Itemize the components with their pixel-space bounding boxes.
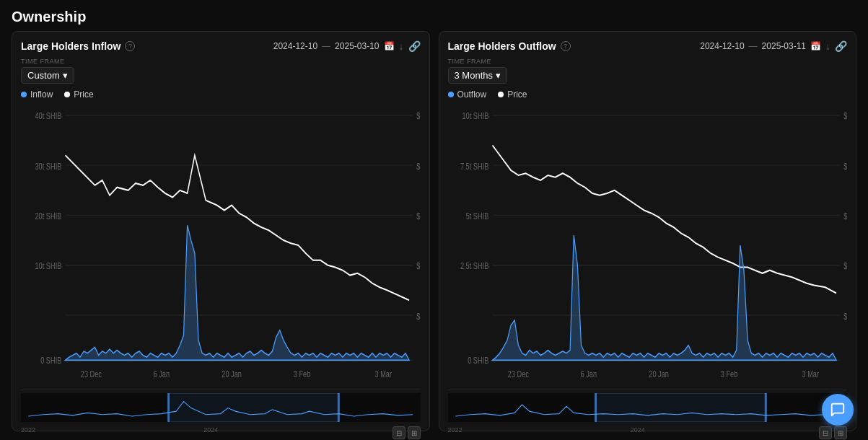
right-mini-labels: 2022 2024 ⊟ ⊞ bbox=[448, 426, 848, 439]
right-compress-btn[interactable]: ⊟ bbox=[819, 426, 832, 439]
left-timeframe-section: TIME FRAME Custom ▾ bbox=[21, 58, 421, 84]
right-chart-area: 10t SHIB 7.5t SHIB 5t SHIB 2.5t SHIB 0 S… bbox=[448, 105, 848, 385]
right-timeframe-selector[interactable]: 3 Months ▾ bbox=[448, 67, 507, 84]
right-legend-price: Price bbox=[498, 89, 527, 100]
left-inflow-label: Inflow bbox=[30, 89, 53, 100]
right-date-start: 2024-12-10 bbox=[700, 41, 744, 51]
left-mini-year-1: 2022 bbox=[21, 426, 35, 439]
svg-text:23 Dec: 23 Dec bbox=[507, 369, 529, 379]
svg-text:$0.000010: $0.000010 bbox=[416, 311, 420, 321]
svg-rect-49 bbox=[596, 393, 766, 422]
svg-text:20t SHIB: 20t SHIB bbox=[35, 211, 62, 221]
right-chart-header: Large Holders Outflow ? 2024-12-10 — 202… bbox=[448, 40, 848, 52]
svg-text:0 SHIB: 0 SHIB bbox=[40, 355, 61, 365]
right-chevron-icon: ▾ bbox=[496, 70, 501, 81]
left-chart-svg: 40t SHIB 30t SHIB 20t SHIB 10t SHIB 0 SH… bbox=[21, 105, 421, 385]
left-price-label: Price bbox=[74, 89, 93, 100]
svg-text:10t SHIB: 10t SHIB bbox=[462, 111, 488, 121]
svg-marker-16 bbox=[66, 225, 410, 360]
svg-rect-23 bbox=[169, 393, 339, 422]
right-timeframe-value: 3 Months bbox=[455, 70, 493, 81]
left-timeframe-label: TIME FRAME bbox=[21, 58, 421, 65]
svg-rect-51 bbox=[764, 393, 766, 422]
right-expand-btn[interactable]: ⊞ bbox=[834, 426, 847, 439]
right-price-label: Price bbox=[507, 89, 527, 100]
right-calendar-icon[interactable]: 📅 bbox=[810, 41, 821, 51]
svg-text:$0.000030: $0.000030 bbox=[416, 111, 420, 121]
svg-text:$0.000025: $0.000025 bbox=[843, 161, 847, 171]
left-expand-btn[interactable]: ⊞ bbox=[408, 426, 421, 439]
right-download-icon[interactable]: ↓ bbox=[825, 40, 830, 52]
right-date-dash: — bbox=[749, 41, 758, 51]
left-mini-year-2: 2024 bbox=[203, 426, 218, 439]
right-chart-panel: Large Holders Outflow ? 2024-12-10 — 202… bbox=[439, 31, 857, 431]
svg-text:7.5t SHIB: 7.5t SHIB bbox=[460, 161, 488, 171]
right-chart-svg: 10t SHIB 7.5t SHIB 5t SHIB 2.5t SHIB 0 S… bbox=[448, 105, 848, 385]
left-price-dot bbox=[64, 92, 70, 97]
right-mini-chart: 2022 2024 ⊟ ⊞ bbox=[448, 390, 848, 422]
svg-text:20 Jan: 20 Jan bbox=[649, 369, 669, 379]
svg-rect-50 bbox=[594, 393, 596, 422]
left-chart-panel: Large Holders Inflow ? 2024-12-10 — 2025… bbox=[12, 31, 430, 431]
right-legend: Outflow Price bbox=[448, 89, 848, 100]
svg-text:20 Jan: 20 Jan bbox=[222, 369, 242, 379]
left-date-start: 2024-12-10 bbox=[273, 41, 317, 51]
svg-text:$0.000025: $0.000025 bbox=[416, 161, 420, 171]
left-title-group: Large Holders Inflow ? bbox=[21, 40, 135, 52]
svg-text:6 Jan: 6 Jan bbox=[580, 369, 597, 379]
svg-text:40t SHIB: 40t SHIB bbox=[35, 111, 62, 121]
right-mini-svg bbox=[448, 393, 848, 422]
svg-text:30t SHIB: 30t SHIB bbox=[35, 161, 62, 171]
left-chevron-icon: ▾ bbox=[63, 70, 68, 81]
left-link-icon[interactable]: 🔗 bbox=[408, 40, 421, 52]
svg-text:10t SHIB: 10t SHIB bbox=[35, 261, 62, 271]
svg-rect-24 bbox=[167, 393, 170, 422]
right-outflow-label: Outflow bbox=[457, 89, 487, 100]
left-calendar-icon[interactable]: 📅 bbox=[384, 41, 395, 51]
left-legend-inflow: Inflow bbox=[21, 89, 53, 100]
left-date-end: 2025-03-10 bbox=[335, 41, 379, 51]
chat-button[interactable] bbox=[822, 394, 854, 426]
svg-text:$0.000015: $0.000015 bbox=[843, 261, 847, 271]
left-legend-price: Price bbox=[64, 89, 93, 100]
right-timeframe-label: TIME FRAME bbox=[448, 58, 848, 65]
left-chart-title: Large Holders Inflow bbox=[21, 40, 120, 52]
left-date-range: 2024-12-10 — 2025-03-10 📅 ↓ 🔗 bbox=[273, 40, 421, 52]
right-link-icon[interactable]: 🔗 bbox=[835, 40, 847, 52]
svg-text:$0.000030: $0.000030 bbox=[843, 111, 847, 121]
left-inflow-dot bbox=[21, 92, 27, 97]
svg-rect-25 bbox=[338, 393, 340, 422]
svg-text:3 Mar: 3 Mar bbox=[374, 369, 392, 379]
svg-text:3 Mar: 3 Mar bbox=[802, 369, 819, 379]
page-title: Ownership bbox=[12, 9, 856, 25]
left-chart-area: 40t SHIB 30t SHIB 20t SHIB 10t SHIB 0 SH… bbox=[21, 105, 421, 385]
left-compress-btn[interactable]: ⊟ bbox=[393, 426, 405, 439]
svg-text:6 Jan: 6 Jan bbox=[153, 369, 170, 379]
svg-text:$0.000020: $0.000020 bbox=[843, 211, 847, 221]
left-timeframe-value: Custom bbox=[27, 70, 60, 81]
right-legend-outflow: Outflow bbox=[448, 89, 487, 100]
right-info-icon[interactable]: ? bbox=[561, 41, 571, 51]
right-outflow-dot bbox=[448, 92, 454, 97]
svg-text:$0.000010: $0.000010 bbox=[843, 311, 847, 321]
right-timeframe-section: TIME FRAME 3 Months ▾ bbox=[448, 58, 848, 84]
svg-text:3 Feb: 3 Feb bbox=[294, 369, 311, 379]
left-mini-chart: 2022 2024 ⊟ ⊞ bbox=[21, 390, 421, 422]
left-info-icon[interactable]: ? bbox=[125, 41, 135, 51]
right-mini-year-2: 2024 bbox=[631, 426, 645, 439]
right-chart-title: Large Holders Outflow bbox=[448, 40, 556, 52]
svg-text:3 Feb: 3 Feb bbox=[720, 369, 737, 379]
left-date-dash: — bbox=[322, 41, 330, 51]
left-mini-svg bbox=[21, 393, 421, 422]
right-date-range: 2024-12-10 — 2025-03-11 📅 ↓ 🔗 bbox=[700, 40, 847, 52]
right-mini-year-1: 2022 bbox=[448, 426, 463, 439]
svg-text:23 Dec: 23 Dec bbox=[81, 369, 102, 379]
left-timeframe-selector[interactable]: Custom ▾ bbox=[21, 67, 74, 84]
left-legend: Inflow Price bbox=[21, 89, 421, 100]
right-title-group: Large Holders Outflow ? bbox=[448, 40, 571, 52]
svg-text:$0.000015: $0.000015 bbox=[416, 261, 420, 271]
svg-text:5t SHIB: 5t SHIB bbox=[465, 211, 488, 221]
left-download-icon[interactable]: ↓ bbox=[399, 40, 404, 52]
left-chart-header: Large Holders Inflow ? 2024-12-10 — 2025… bbox=[21, 40, 421, 52]
svg-text:0 SHIB: 0 SHIB bbox=[468, 355, 488, 365]
